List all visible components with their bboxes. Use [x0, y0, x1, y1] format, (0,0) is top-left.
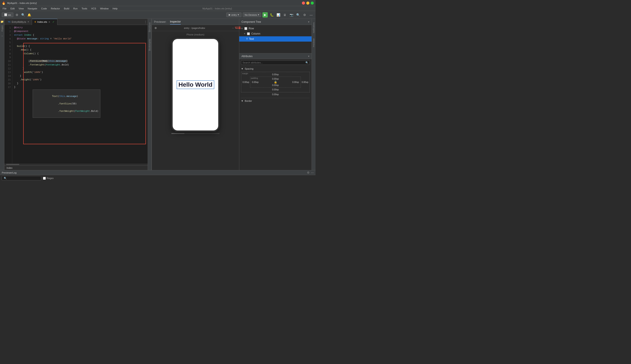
tree-arrow-row: ▼	[241, 27, 243, 30]
menu-navigate[interactable]: Navigate	[26, 7, 39, 10]
menu-vcs[interactable]: VCS	[89, 7, 98, 10]
border-collapse-icon[interactable]: ▼	[241, 100, 243, 102]
svg-marker-5	[239, 28, 241, 29]
notification-icon[interactable]: 🔔	[27, 12, 32, 18]
log-search-input[interactable]	[2, 176, 41, 180]
no-devices-label: No Devices	[245, 14, 257, 16]
bookmarks-sidebar-label[interactable]: Bookmarks	[149, 39, 151, 51]
collapse-icon[interactable]: ⌄	[1, 34, 3, 37]
padding-left-value[interactable]: 0.00vp	[252, 81, 258, 84]
close-button[interactable]	[302, 2, 305, 4]
settings-icon[interactable]: ⚙	[14, 12, 20, 18]
menu-edit[interactable]: Edit	[9, 7, 17, 10]
padding-right-value[interactable]: 0.00vp	[292, 81, 299, 84]
code-content[interactable]: @Entry @Component struct Index { @State …	[12, 25, 148, 164]
regex-checkbox[interactable]	[43, 177, 46, 180]
editor-actions: ⋮	[144, 20, 147, 24]
workspace-button[interactable]: ⬜ ws	[2, 12, 13, 17]
notifications-sidebar-label[interactable]: Notifications	[313, 22, 315, 33]
tab-index-ets[interactable]: E Index.ets ✕ ✓	[32, 19, 57, 25]
structure-icon[interactable]: Project	[1, 25, 4, 32]
file-tab-index[interactable]: Index	[7, 166, 13, 169]
tab-entry-close[interactable]: ✕	[27, 20, 29, 23]
code-line-14: }	[14, 74, 146, 78]
attribute-search-input[interactable]	[241, 60, 310, 65]
margin-bottom-value[interactable]: 0.00vp	[242, 88, 308, 91]
tree-label-row: Row	[249, 27, 254, 30]
margin-right-value[interactable]: 0.00vp	[302, 81, 308, 84]
lock-icon[interactable]: 🔒	[274, 80, 277, 84]
menu-build[interactable]: Build	[62, 7, 71, 10]
margin-top-value[interactable]: 0.00vp	[242, 73, 308, 76]
menu-tools[interactable]: Tools	[80, 7, 89, 10]
menu-help[interactable]: Help	[111, 7, 119, 10]
margin-left-value[interactable]: 0.00vp	[242, 81, 249, 84]
inspector-area: Component Tree ▾ ▼ ⬜ Row	[239, 19, 311, 170]
log-settings-icon[interactable]: ⚙	[307, 171, 309, 174]
menu-file[interactable]: File	[1, 7, 8, 10]
scroll-thumb[interactable]	[6, 164, 19, 165]
attributes-expand-icon[interactable]: ▾	[308, 55, 309, 58]
spacing-collapse-icon[interactable]: ▼	[241, 68, 243, 70]
menu-view[interactable]: View	[17, 7, 26, 10]
phone-container: Phone (medium) Hello World	[152, 31, 239, 170]
gear-icon[interactable]: ⚙	[302, 12, 307, 18]
preview-scrollbar[interactable]	[171, 133, 219, 134]
margin-box: margin 0.00vp 0.00vp padding 0.00vp 0.00…	[241, 72, 310, 92]
tree-item-text[interactable]: T Text	[239, 36, 311, 42]
titlebar-controls	[302, 2, 314, 4]
attribute-search-icon: 🔍	[305, 61, 308, 64]
previewer-area: Previewer: Inspector ⊕ entry : /pages/In…	[152, 19, 239, 170]
camera-icon[interactable]: 📷	[289, 12, 294, 18]
structure-sidebar-label[interactable]: Structure	[149, 22, 151, 32]
menu-window[interactable]: Window	[98, 7, 110, 10]
horizontal-scrollbar[interactable]	[5, 164, 148, 165]
menu-refactor[interactable]: Refactor	[49, 7, 62, 10]
tab-inspector[interactable]: Inspector	[170, 19, 181, 24]
code-line-7: →Row() {	[14, 48, 146, 52]
crosshair-icon[interactable]: ⊕	[154, 26, 157, 30]
regex-checkbox-label[interactable]: Regex	[43, 177, 54, 180]
tree-label-text: Text	[249, 38, 254, 40]
editor-more-icon[interactable]: ⋮	[144, 20, 147, 24]
profiler-icon[interactable]: 📊	[276, 12, 281, 18]
close-toolbar-icon[interactable]: —	[308, 12, 314, 18]
search-toolbar-icon[interactable]: 🔍	[295, 12, 300, 18]
window-title: MyApp01 - Index.ets [entry]	[7, 2, 37, 4]
padding-bottom-value[interactable]: 0.00vp	[252, 84, 299, 86]
search-icon[interactable]: 🔍	[20, 12, 26, 18]
maximize-button[interactable]	[311, 2, 314, 4]
entry-dropdown[interactable]: ▶ entry ▾	[226, 12, 241, 17]
screen-icon[interactable]: 🖥	[282, 12, 287, 18]
tab-index-close[interactable]: ✕	[49, 21, 50, 23]
code-line-13: .width('100%')	[14, 70, 146, 74]
zoom-out-icon[interactable]: −	[232, 27, 233, 29]
right-sidebar-labels: Notifications Previewer	[311, 19, 316, 170]
padding-top-value[interactable]: 0.00vp	[252, 78, 299, 80]
tabs-list: TS EntryAbility.ts ✕ E Index.ets ✕ ✓	[5, 19, 57, 25]
minimize-button[interactable]	[306, 2, 309, 4]
code-line-3: struct Index {	[14, 33, 146, 37]
tree-expand-icon[interactable]: ▾	[308, 20, 309, 24]
titlebar: 🔥 MyApp01 - Index.ets [entry]	[0, 0, 316, 6]
no-devices-dropdown[interactable]: No Devices ▾	[243, 12, 261, 17]
tab-entry-ability[interactable]: TS EntryAbility.ts ✕	[5, 19, 32, 25]
project-icon[interactable]: 📁	[0, 20, 4, 24]
code-editor[interactable]: 12345 678910 1112131415 1617 @Entry @Com…	[5, 25, 148, 164]
menu-code[interactable]: Code	[40, 7, 49, 10]
code-line-11: .fontWeight(FontWeight.Bold)	[14, 63, 146, 67]
previewer-subheader: ⊕ entry : /pages/Index − +	[152, 25, 239, 31]
code-line-4: @State message: string = 'Hello World'	[14, 37, 146, 41]
debug-icon[interactable]: 🐛	[269, 12, 274, 18]
menu-run[interactable]: Run	[71, 7, 79, 10]
preview-scroll-thumb[interactable]	[171, 133, 184, 134]
tree-item-row[interactable]: ▼ ⬜ Row	[239, 26, 311, 31]
border-section: ▼ Border	[239, 97, 311, 104]
tree-node-icon-column: ⬜	[247, 32, 250, 35]
previewer-sidebar-label[interactable]: Previewer	[313, 38, 315, 47]
border-header: ▼ Border	[241, 98, 310, 104]
entry-chevron-icon: ▾	[238, 13, 239, 16]
tree-item-column[interactable]: ▼ ⬜ Column	[239, 31, 311, 36]
log-close-icon[interactable]: —	[311, 171, 314, 174]
run-button[interactable]: ▶	[262, 12, 268, 18]
